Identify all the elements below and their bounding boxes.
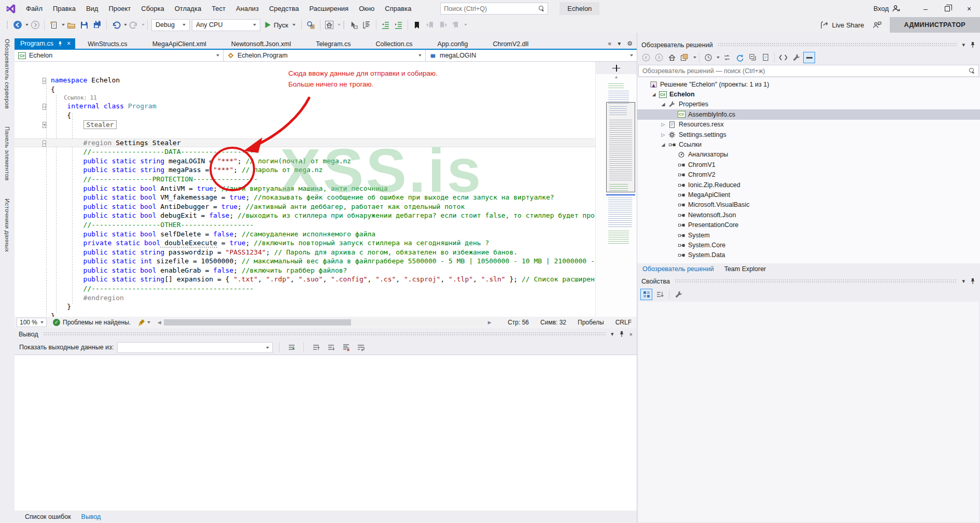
administrator-badge[interactable]: АДМИНИСТРАТОР [890, 17, 980, 33]
scrollbar-thumb[interactable] [164, 319, 351, 326]
doc-tab-Newtonsoft.Json.xml[interactable]: Newtonsoft.Json.xml [219, 38, 303, 49]
collapse-all-icon[interactable] [747, 52, 759, 63]
code-line[interactable] [15, 129, 595, 138]
code-line[interactable]: public static bool debugExit = false; //… [15, 211, 595, 220]
categorized-view-icon[interactable] [640, 289, 652, 300]
code-line[interactable]: public static bool AntiDebugger = true; … [15, 202, 595, 211]
home-dropdown[interactable] [338, 24, 341, 26]
clear-bookmarks-button[interactable] [450, 19, 463, 31]
structure-view-button[interactable] [360, 19, 373, 31]
output-content[interactable] [15, 355, 637, 511]
menu-item-Проект[interactable]: Проект [103, 5, 136, 12]
preview-selected-items-icon[interactable] [803, 52, 815, 63]
next-bookmark-button[interactable] [437, 19, 450, 31]
doc-tab-WinStructs.cs[interactable]: WinStructs.cs [75, 38, 139, 49]
expand-region-icon[interactable]: + [43, 122, 46, 128]
code-line[interactable]: − internal class Program [15, 102, 595, 111]
collapse-region-icon[interactable]: « [608, 40, 612, 47]
doc-tab-Collection.cs[interactable]: Collection.cs [363, 38, 425, 49]
solution-search-box[interactable] [638, 65, 979, 77]
window-position-dropdown[interactable]: ▾ [611, 331, 614, 337]
solution-name-badge[interactable]: Echelon [559, 2, 599, 15]
horizontal-scrollbar[interactable]: ◀ ▶ [156, 319, 493, 326]
code-cleanup-button[interactable] [138, 319, 150, 327]
show-all-files-icon[interactable] [760, 52, 772, 63]
collapsed-arrow-icon[interactable]: ▷ [659, 132, 667, 137]
tree-item-Resources.resx[interactable]: ▷Resources.resx [637, 120, 980, 130]
type-dropdown[interactable]: Echelon.Program [223, 50, 426, 61]
tree-item-Ionic.Zip.Reduced[interactable]: Ionic.Zip.Reduced [637, 180, 980, 190]
collapsed-region-box[interactable]: Stealer [83, 120, 117, 129]
menu-item-Отладка[interactable]: Отладка [170, 5, 206, 12]
code-line[interactable]: private static bool doubleExecute = true… [15, 238, 595, 248]
restore-button[interactable] [936, 0, 958, 17]
collapse-region-icon[interactable]: − [43, 78, 46, 84]
code-line[interactable]: public static string megaPass = "***"; /… [15, 165, 595, 175]
panel-drag-grip[interactable] [718, 43, 958, 47]
menu-item-Справка[interactable]: Справка [380, 5, 416, 12]
goto-next-message-icon[interactable] [325, 342, 337, 352]
code-area[interactable]: −namespace Echelon{ Ссылок: 11− internal… [15, 62, 595, 317]
view-code-icon[interactable] [777, 52, 789, 63]
output-source-dropdown[interactable] [117, 342, 273, 353]
attach-to-process-button[interactable] [304, 19, 317, 31]
pin-icon[interactable] [619, 331, 625, 337]
filter-dropdown[interactable] [717, 56, 720, 59]
code-line[interactable]: public static string passwordzip = "PASS… [15, 248, 595, 257]
menu-item-Вид[interactable]: Вид [81, 5, 104, 12]
project-dropdown[interactable]: C# Echelon [15, 50, 223, 61]
code-line[interactable]: public static bool enableGrab = false; /… [15, 266, 595, 275]
toggle-word-wrap-icon[interactable] [355, 342, 367, 352]
tree-item-System.Data[interactable]: System.Data [637, 250, 980, 260]
menu-item-Средства[interactable]: Средства [264, 5, 304, 12]
toolbar-overflow[interactable] [464, 24, 467, 26]
previous-bookmark-button[interactable] [424, 19, 437, 31]
code-line[interactable]: } [15, 312, 595, 317]
tree-item-Анализаторы[interactable]: Анализаторы [637, 150, 980, 160]
pin-icon[interactable] [970, 278, 976, 285]
feedback-button[interactable] [873, 21, 881, 29]
side-tab-Панель элементов[interactable]: Панель элементов [4, 126, 10, 181]
pending-changes-filter-icon[interactable] [702, 52, 714, 63]
tree-item-Echelon[interactable]: ◢C#Echelon [637, 89, 980, 99]
menu-item-Сборка[interactable]: Сборка [136, 5, 170, 12]
code-line[interactable]: //-----------------OTHER----------------… [15, 220, 595, 230]
tree-item-Settings.settings[interactable]: ▷Settings.settings [637, 130, 980, 139]
tree-item-Ссылки[interactable]: ◢Ссылки [637, 139, 980, 149]
expanded-arrow-icon[interactable]: ◢ [650, 92, 658, 97]
save-button[interactable] [78, 19, 91, 31]
sign-in-button[interactable]: Вход [874, 5, 900, 13]
live-share-button[interactable]: Live Share [820, 21, 864, 29]
code-line[interactable]: − #region Settings Stealer [15, 138, 595, 148]
tree-item-System.Core[interactable]: System.Core [637, 240, 980, 250]
toolbar-grip[interactable] [343, 21, 345, 30]
code-line[interactable]: + Stealer [15, 120, 595, 129]
tree-item-Properties[interactable]: ◢Properties [637, 100, 980, 109]
collapse-region-icon[interactable]: − [43, 104, 46, 110]
doc-tab-Program.cs[interactable]: Program.cs× [15, 38, 75, 49]
toggle-bookmark-button[interactable] [411, 19, 424, 31]
redo-button[interactable] [127, 19, 140, 31]
solution-search-input[interactable] [642, 67, 969, 75]
goto-previous-message-icon[interactable] [310, 342, 321, 352]
menu-item-Окно[interactable]: Окно [354, 5, 380, 12]
doc-tab-ChromV2.dll[interactable]: ChromV2.dll [481, 38, 541, 49]
tree-item-ChromV2[interactable]: ChromV2 [637, 170, 980, 180]
minimap-viewport[interactable] [606, 102, 635, 192]
start-debugging-button[interactable]: Пуск [261, 19, 299, 31]
clear-all-output-icon[interactable] [340, 342, 352, 352]
tree-item-ChromV1[interactable]: ChromV1 [637, 160, 980, 169]
output-panel-header[interactable]: Вывод ▾ × [15, 328, 637, 340]
code-line[interactable]: public static bool selfDelete = false; /… [15, 230, 595, 239]
panel-drag-grip[interactable] [43, 332, 606, 336]
property-pages-wrench-icon[interactable] [673, 289, 684, 300]
expanded-arrow-icon[interactable]: ◢ [659, 102, 667, 107]
eol-indicator[interactable]: CRLF [615, 319, 632, 326]
tree-item-Newtonsoft.Json[interactable]: Newtonsoft.Json [637, 210, 980, 220]
window-position-dropdown[interactable]: ▾ [962, 278, 965, 285]
tree-item-PresentationCore[interactable]: PresentationCore [637, 220, 980, 230]
search-icon[interactable] [539, 6, 544, 11]
navigate-home-button[interactable] [323, 19, 336, 31]
configuration-dropdown[interactable]: Debug [151, 19, 190, 31]
side-tab-Источники данных[interactable]: Источники данных [4, 199, 10, 252]
